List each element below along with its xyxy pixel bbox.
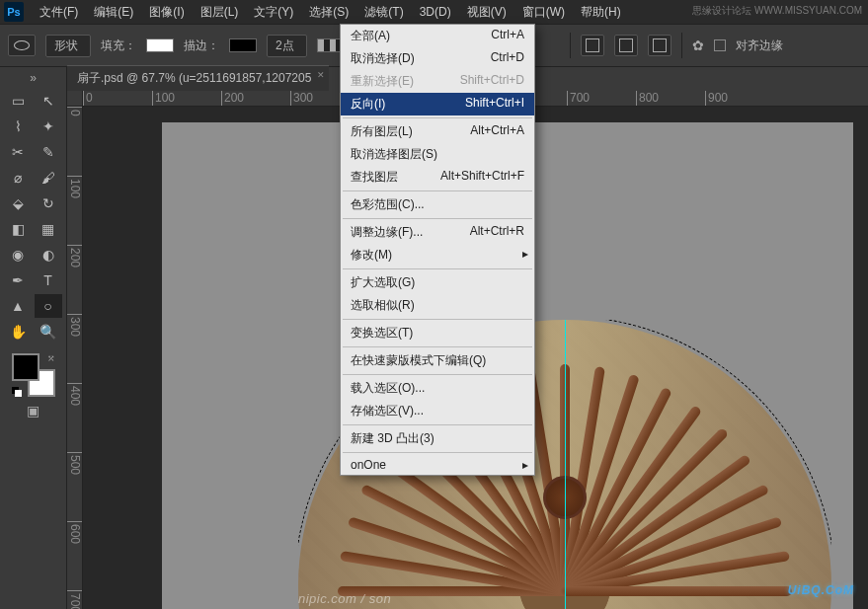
tool-zoom[interactable]: 🔍 <box>35 320 62 343</box>
ruler-tick: 300 <box>67 314 82 383</box>
menu-item-label: 在快速蒙版模式下编辑(Q) <box>351 352 486 369</box>
foreground-color[interactable] <box>12 353 39 381</box>
ruler-tick: 800 <box>636 91 705 106</box>
menu-item[interactable]: 选取相似(R) <box>341 294 534 317</box>
menu-item[interactable]: 取消选择(D)Ctrl+D <box>341 47 534 70</box>
tool-lasso[interactable]: ⌇ <box>4 114 32 138</box>
menu-item[interactable]: 色彩范围(C)... <box>341 193 534 216</box>
align-edges-checkbox[interactable] <box>714 39 726 51</box>
tool-history-brush[interactable]: ↻ <box>35 191 62 215</box>
menu-item[interactable]: 变换选区(T) <box>341 322 534 344</box>
tool-brush[interactable]: 🖌 <box>35 166 62 190</box>
path-operations[interactable] <box>581 35 604 56</box>
quickmask-toggle[interactable]: ▣ <box>4 403 62 419</box>
ruler-tick: 100 <box>67 176 82 245</box>
menu-item[interactable]: 新建 3D 凸出(3) <box>341 427 534 450</box>
arrange-icon[interactable] <box>650 37 670 54</box>
menu-separator <box>343 374 532 375</box>
menu-view[interactable]: 视图(V) <box>459 2 514 23</box>
tool-pen[interactable]: ✒ <box>4 268 32 292</box>
tool-blur[interactable]: ◉ <box>4 243 32 266</box>
menu-item[interactable]: onOne <box>341 455 534 475</box>
tool-move[interactable]: ↖ <box>35 89 62 113</box>
menu-shortcut: Alt+Shift+Ctrl+F <box>440 169 524 186</box>
tool-eraser[interactable]: ◧ <box>4 217 32 241</box>
tool-gradient[interactable]: ▦ <box>35 217 62 241</box>
menu-separator <box>343 452 532 453</box>
path-op-icon[interactable] <box>583 37 602 54</box>
menu-item[interactable]: 查找图层Alt+Shift+Ctrl+F <box>341 166 534 189</box>
menu-bar: Ps 文件(F) 编辑(E) 图像(I) 图层(L) 文字(Y) 选择(S) 滤… <box>0 0 868 24</box>
menu-help[interactable]: 帮助(H) <box>573 2 629 23</box>
menu-separator <box>343 346 532 347</box>
menu-window[interactable]: 窗口(W) <box>514 2 573 23</box>
menu-3d[interactable]: 3D(D) <box>412 3 459 21</box>
menu-image[interactable]: 图像(I) <box>141 2 192 23</box>
menu-filter[interactable]: 滤镜(T) <box>356 2 411 23</box>
menu-file[interactable]: 文件(F) <box>32 2 86 23</box>
menu-separator <box>343 319 532 320</box>
stroke-width-field[interactable]: 2点 <box>267 35 307 57</box>
path-arrangement[interactable] <box>648 35 671 56</box>
menu-edit[interactable]: 编辑(E) <box>86 2 141 23</box>
ruler-tick: 400 <box>67 383 82 452</box>
toolbox: » ▭ ↖ ⌇ ✦ ✂ ✎ ⌀ 🖌 ⬙ ↻ ◧ ▦ ◉ ◐ ✒ T ▲ ○ ✋ … <box>0 67 67 609</box>
menu-item-label: 选取相似(R) <box>351 297 415 314</box>
tool-type[interactable]: T <box>35 268 62 292</box>
document-tab[interactable]: 扇子.psd @ 67.7% (u=2511691857,1207205 ✕ <box>67 65 329 91</box>
fill-swatch[interactable] <box>146 38 174 52</box>
tool-eyedropper[interactable]: ✎ <box>35 140 62 164</box>
guide-vertical[interactable] <box>565 320 566 609</box>
menu-item[interactable]: 修改(M) <box>341 244 534 266</box>
ruler-origin[interactable] <box>67 91 83 107</box>
menu-item[interactable]: 全部(A)Ctrl+A <box>341 25 534 47</box>
menu-item[interactable]: 反向(I)Shift+Ctrl+I <box>341 93 534 115</box>
ruler-tick: 0 <box>83 91 152 106</box>
ruler-vertical[interactable]: 0100200300400500600700 <box>67 107 83 609</box>
menu-item-label: 重新选择(E) <box>351 73 414 90</box>
menu-item-label: 扩大选取(G) <box>351 274 415 291</box>
align-icon[interactable] <box>616 37 636 54</box>
ps-logo: Ps <box>4 2 24 22</box>
ellipse-icon <box>14 40 30 50</box>
tool-shape[interactable]: ○ <box>35 294 62 318</box>
menu-item-label: 存储选区(V)... <box>351 403 424 419</box>
menu-item[interactable]: 调整边缘(F)...Alt+Ctrl+R <box>341 221 534 244</box>
swap-colors-icon[interactable]: ⤱ <box>47 353 55 363</box>
menu-shortcut: Alt+Ctrl+R <box>470 224 524 241</box>
tool-dodge[interactable]: ◐ <box>35 243 62 266</box>
tool-marquee[interactable]: ▭ <box>4 89 32 113</box>
tool-stamp[interactable]: ⬙ <box>4 191 32 215</box>
stroke-swatch[interactable] <box>229 38 257 52</box>
menu-shortcut: Alt+Ctrl+A <box>470 123 524 140</box>
menu-item[interactable]: 载入选区(O)... <box>341 377 534 400</box>
menu-item[interactable]: 扩大选取(G) <box>341 271 534 294</box>
menu-item[interactable]: 取消选择图层(S) <box>341 143 534 166</box>
menu-item-label: 全部(A) <box>351 28 390 44</box>
ruler-tick: 500 <box>67 452 82 521</box>
select-menu-dropdown: 全部(A)Ctrl+A取消选择(D)Ctrl+D重新选择(E)Shift+Ctr… <box>340 24 535 476</box>
tool-wand[interactable]: ✦ <box>35 114 62 138</box>
menu-item[interactable]: 在快速蒙版模式下编辑(Q) <box>341 349 534 372</box>
active-tool-icon[interactable] <box>8 35 36 56</box>
menu-type[interactable]: 文字(Y) <box>246 2 301 23</box>
ruler-tick: 700 <box>567 91 636 106</box>
tool-path-select[interactable]: ▲ <box>4 294 32 318</box>
close-icon[interactable]: ✕ <box>317 70 325 80</box>
gear-icon[interactable]: ✿ <box>692 38 704 53</box>
tool-crop[interactable]: ✂ <box>4 140 32 164</box>
menu-separator <box>343 218 532 219</box>
toolbox-handle[interactable]: » <box>4 71 62 85</box>
menu-item[interactable]: 所有图层(L)Alt+Ctrl+A <box>341 120 534 143</box>
default-colors-icon[interactable] <box>12 387 22 397</box>
menu-shortcut: Ctrl+A <box>491 28 524 44</box>
path-alignment[interactable] <box>614 35 638 56</box>
menu-item[interactable]: 存储选区(V)... <box>341 400 534 422</box>
ruler-tick: 200 <box>67 245 82 314</box>
stroke-label: 描边： <box>184 38 219 54</box>
shape-mode-dropdown[interactable]: 形状 <box>45 35 91 57</box>
tool-heal[interactable]: ⌀ <box>4 166 32 190</box>
menu-layer[interactable]: 图层(L) <box>193 2 247 23</box>
tool-hand[interactable]: ✋ <box>4 320 32 343</box>
menu-select[interactable]: 选择(S) <box>301 2 356 23</box>
